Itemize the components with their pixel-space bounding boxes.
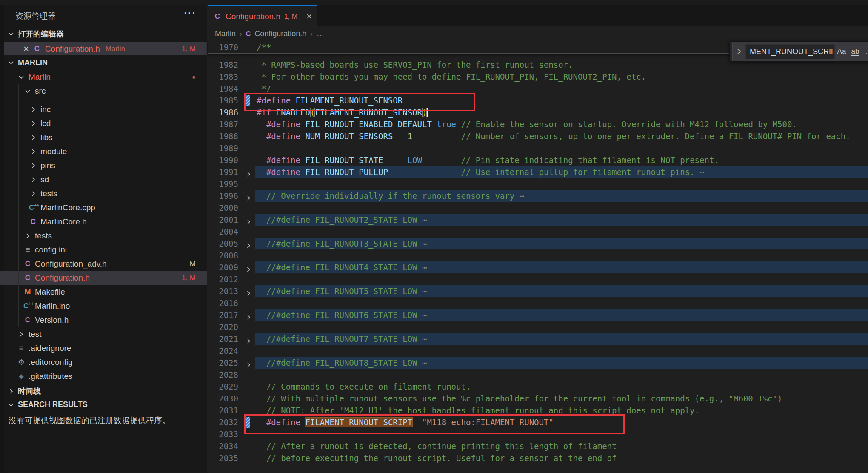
code-line-2017[interactable]: 2017 //#define FIL_RUNOUT6_STATE LOW ⋯ xyxy=(208,309,868,321)
tree-item-marlin[interactable]: Marlin● xyxy=(0,70,207,84)
code-line-2004[interactable]: 2004 xyxy=(208,226,868,238)
code-line-2016[interactable]: 2016 xyxy=(208,297,868,309)
tab-configuration-h[interactable]: C Configuration.h 1, M × xyxy=(208,5,317,26)
tree-item-makefile[interactable]: MMakefile xyxy=(0,285,207,299)
toggle-replace-chevron-icon[interactable] xyxy=(733,48,745,55)
code-line-1995[interactable]: 1995 xyxy=(208,178,868,190)
fold-chevron-icon[interactable] xyxy=(245,335,254,342)
code-line-2020[interactable]: 2020 xyxy=(208,321,868,333)
fold-chevron-icon[interactable] xyxy=(245,288,254,295)
tree-item-tests[interactable]: tests xyxy=(0,229,207,243)
tree-item-sd[interactable]: sd xyxy=(0,172,207,186)
code-line-2021[interactable]: 2021 //#define FIL_RUNOUT7_STATE LOW ⋯ xyxy=(208,333,868,345)
code-line-2024[interactable]: 2024 xyxy=(208,345,868,357)
tree-item-marlincore-cpp[interactable]: C++MarlinCore.cpp xyxy=(0,201,207,215)
tree-item-marlin-ino[interactable]: C++Marlin.ino xyxy=(0,299,207,313)
code-line-2030[interactable]: 2030 // With multiple runout sensors use… xyxy=(208,393,868,404)
tree-item-configuration-adv-h[interactable]: CConfiguration_adv.hM xyxy=(0,257,207,271)
code-line-2013[interactable]: 2013 //#define FIL_RUNOUT5_STATE LOW ⋯ xyxy=(208,285,868,297)
chevron-right-icon[interactable] xyxy=(29,120,37,127)
code-line-2008[interactable]: 2008 xyxy=(208,249,868,261)
close-icon[interactable]: × xyxy=(306,12,312,21)
chevron-right-icon[interactable] xyxy=(29,148,37,155)
section-open-editors[interactable]: 打开的编辑器 xyxy=(0,27,207,41)
breadcrumb-tail[interactable]: … xyxy=(317,29,324,38)
code-line-2028[interactable]: 2028 xyxy=(208,369,868,381)
tree-item-label: module xyxy=(40,147,67,156)
find-input[interactable]: MENT_RUNOUT_SCRIPT xyxy=(745,44,835,59)
code-line-2009[interactable]: 2009 //#define FIL_RUNOUT4_STATE LOW ⋯ xyxy=(208,261,868,273)
tree-item-src[interactable]: src xyxy=(0,84,207,98)
section-search-results[interactable]: SEARCH RESULTS xyxy=(0,398,207,411)
code-line-2032[interactable]: 2032 #define FILAMENT_RUNOUT_SCRIPT "M11… xyxy=(208,416,868,428)
more-actions-icon[interactable]: ··· xyxy=(183,6,196,19)
breadcrumb-root[interactable]: Marlin xyxy=(215,29,236,38)
fold-chevron-icon[interactable] xyxy=(245,216,254,223)
code-area[interactable]: 1970/** 1981 1982 * RAMPS-based boards u… xyxy=(208,41,868,473)
line-number: 2034 xyxy=(208,440,238,452)
fold-chevron-icon[interactable] xyxy=(245,312,254,318)
chevron-right-icon[interactable] xyxy=(29,106,37,113)
code-line-1988[interactable]: 1988 #define NUM_RUNOUT_SENSORS 1 // Num… xyxy=(208,130,868,142)
tree-item-inc[interactable]: inc xyxy=(0,102,207,116)
code-line-2031[interactable]: 2031 // NOTE: After 'M412 H1' the host h… xyxy=(208,404,868,416)
open-editor-item-configuration-h[interactable]: × C Configuration.h Marlin 1, M xyxy=(4,42,207,55)
code-line-1984[interactable]: 1984 */ xyxy=(208,83,868,95)
code-line-1990[interactable]: 1990 #define FIL_RUNOUT_STATE LOW // Pin… xyxy=(208,154,868,166)
tree-item-config-ini[interactable]: ≡config.ini xyxy=(0,243,207,257)
tree-item-version-h[interactable]: CVersion.h xyxy=(0,313,207,327)
code-line-1983[interactable]: 1983 * For other boards you may need to … xyxy=(208,71,868,83)
tree-item-pins[interactable]: pins xyxy=(0,158,207,172)
breadcrumb[interactable]: Marlin › C Configuration.h › … xyxy=(208,26,868,41)
code-line-2035[interactable]: 2035 // before executing the runout scri… xyxy=(208,452,868,464)
line-number: 1970 xyxy=(208,41,238,53)
code-line-2029[interactable]: 2029 // Commands to execute on filament … xyxy=(208,381,868,393)
chevron-right-icon[interactable] xyxy=(29,134,37,141)
breadcrumb-file[interactable]: Configuration.h xyxy=(254,29,306,38)
chevron-right-icon[interactable] xyxy=(29,162,37,169)
code-line-2001[interactable]: 2001 //#define FIL_RUNOUT2_STATE LOW ⋯ xyxy=(208,214,868,226)
chevron-right-icon[interactable] xyxy=(17,331,26,338)
chevron-down-icon[interactable] xyxy=(23,88,32,95)
tree-item--gitattributes[interactable]: ◆.gitattributes xyxy=(0,369,207,383)
close-icon[interactable]: × xyxy=(23,44,29,54)
fold-chevron-icon[interactable] xyxy=(245,264,254,271)
tree-item-module[interactable]: module xyxy=(0,144,207,158)
code-line-1987[interactable]: 1987 #define FIL_RUNOUT_ENABLED_DEFAULT … xyxy=(208,118,868,130)
tree-item-lcd[interactable]: lcd xyxy=(0,116,207,130)
code-line-1985[interactable]: 1985#define FILAMENT_RUNOUT_SENSOR xyxy=(208,95,868,106)
chevron-right-icon[interactable] xyxy=(29,176,37,183)
whole-word-icon[interactable]: ab xyxy=(848,47,862,56)
line-number: 1986 xyxy=(208,106,238,118)
chevron-right-icon[interactable] xyxy=(29,190,37,197)
code-line-1989[interactable]: 1989 xyxy=(208,142,868,154)
fold-chevron-icon[interactable] xyxy=(245,169,254,175)
tree-item--editorconfig[interactable]: ⚙.editorconfig xyxy=(0,355,207,369)
code-line-2012[interactable]: 2012 xyxy=(208,273,868,285)
git-modified-marker xyxy=(246,417,250,428)
chevron-down-icon[interactable] xyxy=(17,74,26,80)
tree-item-tests[interactable]: tests xyxy=(0,186,207,201)
code-line-2000[interactable]: 2000 xyxy=(208,202,868,214)
section-timeline[interactable]: 时间线 xyxy=(0,384,207,398)
tree-item-test[interactable]: test xyxy=(0,327,207,341)
fold-chevron-icon[interactable] xyxy=(245,359,254,366)
tree-item--aiderignore[interactable]: ≡.aiderignore xyxy=(0,341,207,355)
code-line-2033[interactable]: 2033 xyxy=(208,428,868,440)
code-line-1986[interactable]: 1986#if ENABLED(FILAMENT_RUNOUT_SENSOR) xyxy=(208,106,868,118)
fold-chevron-icon[interactable] xyxy=(245,240,254,247)
tree-item-libs[interactable]: libs xyxy=(0,130,207,144)
fold-chevron-icon[interactable] xyxy=(245,192,254,199)
tree-item-configuration-h[interactable]: CConfiguration.h1, M xyxy=(0,271,207,285)
regex-icon[interactable]: .* xyxy=(862,47,868,56)
code-line-2025[interactable]: 2025 //#define FIL_RUNOUT8_STATE LOW ⋯ xyxy=(208,357,868,369)
chevron-right-icon[interactable] xyxy=(23,232,32,239)
match-case-icon[interactable]: Aa xyxy=(835,47,848,56)
section-workspace-marlin[interactable]: MARLIN xyxy=(0,56,207,69)
tree-item-marlincore-h[interactable]: CMarlinCore.h xyxy=(0,215,207,229)
find-widget-grip[interactable] xyxy=(730,42,733,61)
code-line-2034[interactable]: 2034 // After a runout is detected, cont… xyxy=(208,440,868,452)
code-line-1991[interactable]: 1991 #define FIL_RUNOUT_PULLUP // Use in… xyxy=(208,166,868,178)
code-line-1996[interactable]: 1996 // Override individually if the run… xyxy=(208,190,868,202)
code-line-2005[interactable]: 2005 //#define FIL_RUNOUT3_STATE LOW ⋯ xyxy=(208,238,868,249)
